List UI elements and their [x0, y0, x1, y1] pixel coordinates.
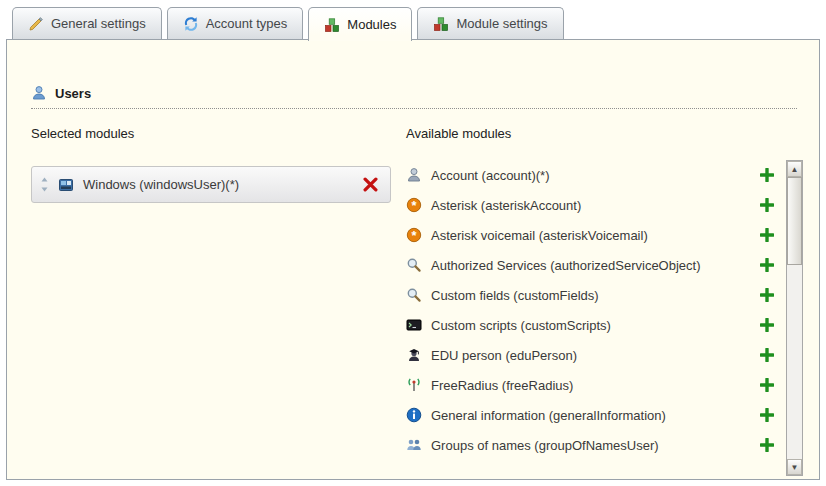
add-module-button[interactable]	[760, 258, 774, 272]
scroll-down-button[interactable]: ▼	[787, 459, 802, 475]
terminal-icon	[406, 317, 422, 333]
available-module-row: Groups of names (groupOfNamesUser)	[406, 430, 782, 460]
available-modules-scrollbar[interactable]: ▲ ▼	[786, 160, 803, 476]
add-module-button[interactable]	[760, 438, 774, 452]
account-types-icon	[183, 16, 199, 32]
tab-label: General settings	[51, 16, 146, 31]
account-icon	[406, 167, 422, 183]
available-modules-column: Available modules Account (account)(*)	[406, 126, 782, 476]
settings-tabbar: General settings Account types Modules M…	[12, 7, 564, 41]
available-modules-list: Account (account)(*) * Asterisk (asteris…	[406, 160, 782, 460]
modules-icon	[324, 17, 340, 33]
magnifier-icon	[406, 257, 422, 273]
scrollbar-track[interactable]	[787, 265, 802, 459]
available-module-row: Account (account)(*)	[406, 160, 782, 190]
users-section-header: Users	[31, 85, 797, 109]
module-label: Authorized Services (authorizedServiceOb…	[431, 258, 751, 273]
user-icon	[31, 85, 47, 101]
module-label: Asterisk (asteriskAccount)	[431, 198, 751, 213]
scroll-up-button[interactable]: ▲	[787, 161, 802, 177]
tab-label: Account types	[206, 16, 288, 31]
selected-module-row[interactable]: Windows (windowsUser)(*)	[31, 166, 391, 203]
add-module-button[interactable]	[760, 318, 774, 332]
add-module-button[interactable]	[760, 348, 774, 362]
tools-icon	[28, 16, 44, 32]
available-module-row: * Asterisk voicemail (asteriskVoicemail)	[406, 220, 782, 250]
module-label: Asterisk voicemail (asteriskVoicemail)	[431, 228, 751, 243]
available-module-row: FreeRadius (freeRadius)	[406, 370, 782, 400]
tab-label: Modules	[347, 17, 396, 32]
available-modules-heading: Available modules	[406, 126, 782, 142]
add-module-button[interactable]	[760, 378, 774, 392]
add-module-button[interactable]	[760, 228, 774, 242]
section-title: Users	[55, 86, 91, 101]
info-icon	[406, 407, 422, 423]
selected-modules-heading: Selected modules	[31, 126, 406, 142]
tab-general-settings[interactable]: General settings	[12, 7, 162, 39]
scrollbar-thumb[interactable]	[787, 177, 802, 265]
module-label: Account (account)(*)	[431, 168, 751, 183]
available-module-row: Authorized Services (authorizedServiceOb…	[406, 250, 782, 280]
selected-module-label: Windows (windowsUser)(*)	[83, 177, 354, 192]
modules-panel: Users Selected modules Windows (windowsU…	[6, 39, 820, 480]
drag-handle-icon[interactable]	[40, 177, 49, 192]
add-module-button[interactable]	[760, 198, 774, 212]
available-module-row: Custom scripts (customScripts)	[406, 310, 782, 340]
group-icon	[406, 437, 422, 453]
antenna-icon	[406, 377, 422, 393]
module-label: Custom fields (customFields)	[431, 288, 751, 303]
tab-module-settings[interactable]: Module settings	[417, 7, 563, 39]
available-module-row: EDU person (eduPerson)	[406, 340, 782, 370]
edu-person-icon	[406, 347, 422, 363]
selected-modules-column: Selected modules Windows (windowsUser)(*…	[31, 126, 406, 476]
magnifier-icon	[406, 287, 422, 303]
add-module-button[interactable]	[760, 168, 774, 182]
remove-module-button[interactable]	[363, 177, 378, 192]
tab-label: Module settings	[456, 16, 547, 31]
module-settings-icon	[433, 16, 449, 32]
lam-configuration-page: General settings Account types Modules M…	[0, 0, 826, 486]
module-label: EDU person (eduPerson)	[431, 348, 751, 363]
modules-columns: Selected modules Windows (windowsUser)(*…	[31, 126, 805, 476]
add-module-button[interactable]	[760, 288, 774, 302]
module-label: Custom scripts (customScripts)	[431, 318, 751, 333]
available-module-row: * Asterisk (asteriskAccount)	[406, 190, 782, 220]
module-label: FreeRadius (freeRadius)	[431, 378, 751, 393]
tab-modules[interactable]: Modules	[308, 7, 412, 41]
asterisk-icon: *	[406, 197, 422, 213]
module-label: General information (generalInformation)	[431, 408, 751, 423]
asterisk-icon: *	[406, 227, 422, 243]
tab-account-types[interactable]: Account types	[167, 7, 304, 39]
available-module-row: Custom fields (customFields)	[406, 280, 782, 310]
windows-module-icon	[58, 177, 74, 193]
add-module-button[interactable]	[760, 408, 774, 422]
module-label: Groups of names (groupOfNamesUser)	[431, 438, 751, 453]
available-module-row: General information (generalInformation)	[406, 400, 782, 430]
